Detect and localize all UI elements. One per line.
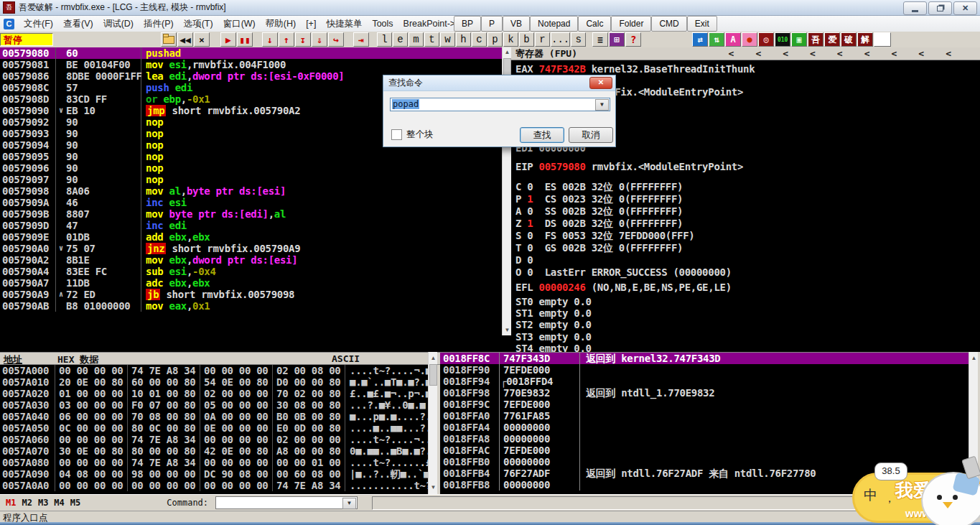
- register-line[interactable]: O 0 LastErr ERROR_SUCCESS (00000000): [515, 266, 732, 278]
- memory-button-m1[interactable]: M1: [6, 498, 16, 508]
- toolbar-button-爱[interactable]: 爱: [824, 32, 840, 47]
- toolbar-open-file-button[interactable]: [161, 32, 177, 47]
- ime-punctuation-indicator[interactable]: ，: [884, 491, 895, 506]
- minimize-button[interactable]: [903, 1, 927, 15]
- entire-block-checkbox[interactable]: 整个块: [391, 129, 434, 141]
- dump-row[interactable]: 0057A08000 00 00 0074 7E A8 3400 00 00 0…: [0, 457, 428, 468]
- dialog-title-bar[interactable]: 查找命令 ✕: [383, 75, 615, 91]
- stack-row[interactable]: 0018FF94┌0018FFD4: [440, 376, 969, 387]
- stack-row[interactable]: 0018FFAC7EFDE000: [440, 445, 969, 456]
- disasm-row[interactable]: 0057908060pushad: [0, 47, 511, 59]
- disasm-row[interactable]: 0057909790nop: [0, 174, 511, 185]
- menu-item[interactable]: [+]: [301, 16, 321, 32]
- disasm-row[interactable]: 005790A483EE FCsub esi,-0x4: [0, 266, 511, 277]
- register-line[interactable]: C 0 ES 002B 32位 0(FFFFFFFF): [515, 181, 683, 194]
- toolbar-step-over-button[interactable]: ↑: [279, 32, 294, 47]
- toolbar-button-吾[interactable]: 吾: [808, 32, 823, 47]
- close-button[interactable]: ✕: [953, 1, 977, 15]
- dump-row[interactable]: 0057A03003 00 00 00F0 07 00 8005 00 00 0…: [0, 399, 428, 411]
- toolbar-letter-t[interactable]: t: [424, 32, 439, 47]
- dump-scrollbar[interactable]: ▲ ▼: [428, 352, 437, 494]
- menu-item[interactable]: 选项(T): [179, 16, 218, 32]
- hex-dump-panel[interactable]: 0057A00000 00 00 0074 7E A8 3400 00 00 0…: [0, 365, 428, 494]
- toolbar-help-button[interactable]: ?: [625, 32, 641, 47]
- register-line[interactable]: ST2 empty 0.0: [515, 319, 592, 330]
- toolbar-letter-r[interactable]: r: [535, 32, 550, 47]
- disasm-row[interactable]: 0057909B8807mov byte ptr ds:[edi],al: [0, 208, 511, 220]
- register-line[interactable]: T 0 GS 002B 32位 0(FFFFFFFF): [515, 242, 683, 255]
- disasm-row[interactable]: 0057909590nop: [0, 151, 511, 162]
- command-input[interactable]: ▼: [215, 496, 358, 509]
- cancel-button[interactable]: 取消: [569, 127, 613, 143]
- dump-ascii-header[interactable]: ASCII: [332, 353, 360, 364]
- disasm-row[interactable]: 0057909D47inc edi: [0, 220, 511, 231]
- menu-item[interactable]: 插件(P): [139, 16, 179, 32]
- menu-button-exit[interactable]: Exit: [687, 16, 717, 32]
- scroll-down-icon[interactable]: ▼: [429, 483, 438, 493]
- menu-button-cmd[interactable]: CMD: [651, 16, 686, 32]
- stack-row[interactable]: 0018FFA07761FA85: [440, 410, 969, 422]
- menu-item[interactable]: 文件(F): [19, 16, 58, 32]
- toolbar-pause-exec-button[interactable]: ▮▮: [237, 32, 253, 47]
- disasm-row[interactable]: 0057909A46inc esi: [0, 197, 511, 208]
- register-line[interactable]: EIP 00579080 rmvbfix.<ModuleEntryPoint>: [515, 161, 743, 172]
- scroll-thumb[interactable]: [429, 364, 437, 386]
- dump-row[interactable]: 0057A0500C 00 00 0080 0C 00 800E 00 00 0…: [0, 422, 428, 434]
- menu-button-p[interactable]: P: [481, 16, 503, 32]
- menu-item[interactable]: 窗口(W): [218, 16, 261, 32]
- disasm-row[interactable]: 0057909E01DBadd ebx,ebx: [0, 231, 511, 243]
- toolbar-trace-into-button[interactable]: ↧: [295, 32, 311, 47]
- toolbar-rewind-button[interactable]: ◀◀: [177, 32, 193, 47]
- dump-row[interactable]: 0057A09004 08 00 0098 00 00 00DC 90 08 0…: [0, 468, 428, 480]
- memory-button-m4[interactable]: M4: [54, 498, 64, 508]
- toolbar-letter-b[interactable]: b: [519, 32, 534, 47]
- stack-row[interactable]: 0018FF907EFDE000: [440, 364, 969, 376]
- dump-row[interactable]: 0057A02001 00 00 0010 01 00 8002 00 00 0…: [0, 388, 428, 399]
- menu-item[interactable]: 快捷菜单: [321, 16, 367, 32]
- register-line[interactable]: ST0 empty 0.0: [515, 296, 592, 307]
- menu-button-calc[interactable]: Calc: [578, 16, 611, 32]
- title-bar[interactable]: 吾 吾爱破解 - rmvbfix.exe - [LCG - 主线程, 模块 - …: [0, 0, 980, 16]
- toolbar-letter-c[interactable]: c: [472, 32, 487, 47]
- register-line[interactable]: D 0: [515, 254, 533, 266]
- dialog-close-button[interactable]: ✕: [589, 77, 612, 89]
- register-line[interactable]: S 0 FS 0053 32位 7EFDD000(FFF): [515, 230, 694, 243]
- dump-row[interactable]: 0057A06000 00 00 0074 7E A8 3400 00 00 0…: [0, 434, 428, 445]
- menu-button-folder[interactable]: Folder: [611, 16, 651, 32]
- menu-button-vb[interactable]: VB: [503, 16, 530, 32]
- menu-item[interactable]: 查看(V): [58, 16, 98, 32]
- checkbox-icon[interactable]: [391, 129, 402, 140]
- toolbar-letter-s[interactable]: s: [571, 32, 586, 47]
- disasm-row[interactable]: 005790ABB8 01000000mov eax,0x1: [0, 300, 511, 312]
- memory-button-m5[interactable]: M5: [70, 498, 80, 508]
- toolbar-letter-m[interactable]: m: [409, 32, 424, 47]
- menu-button-notepad[interactable]: Notepad: [530, 16, 578, 32]
- disasm-row[interactable]: 0057909690nop: [0, 162, 511, 174]
- memory-button-m2[interactable]: M2: [22, 498, 32, 508]
- toolbar-updown-icon[interactable]: ⇅: [709, 32, 724, 47]
- toolbar-analyze-a-icon[interactable]: A: [725, 32, 741, 47]
- menu-item[interactable]: 帮助(H): [261, 16, 301, 32]
- toolbar-monitor-icon[interactable]: ▣: [791, 32, 807, 47]
- stack-row[interactable]: 0018FF9C7EFDE000: [440, 399, 969, 410]
- find-command-input[interactable]: popad ▼: [390, 98, 610, 111]
- register-line[interactable]: P 1 CS 0023 32位 0(FFFFFFFF): [515, 193, 683, 206]
- toolbar-execute-till-return-button[interactable]: ↪: [328, 32, 344, 47]
- cpu-window-icon[interactable]: C: [4, 19, 14, 29]
- menu-item[interactable]: 调试(D): [98, 16, 139, 32]
- find-button[interactable]: 查找: [520, 127, 564, 143]
- menu-item[interactable]: BreakPoint->: [398, 16, 461, 32]
- dump-row[interactable]: 0057A07030 0E 00 8080 00 00 8042 0E 00 8…: [0, 445, 428, 457]
- stack-row[interactable]: 0018FFA800000000: [440, 433, 969, 445]
- toolbar-blank-button[interactable]: [874, 32, 891, 47]
- toolbar-letter-...[interactable]: ...: [551, 32, 570, 47]
- toolbar-letter-p[interactable]: p: [487, 32, 503, 47]
- toolbar-log-window-button[interactable]: ≡: [592, 32, 608, 47]
- toolbar-record-icon[interactable]: ●: [742, 32, 757, 47]
- ime-language-indicator[interactable]: 中: [864, 486, 877, 505]
- disasm-row[interactable]: 005790A0∨75 07jnz short rmvbfix.005790A9: [0, 243, 511, 254]
- toolbar-binary-icon[interactable]: 010: [775, 32, 790, 47]
- menu-item[interactable]: Tools: [367, 16, 398, 32]
- disasm-row[interactable]: 005790A711DBadc ebx,ebx: [0, 277, 511, 289]
- toolbar-letter-e[interactable]: e: [393, 32, 408, 47]
